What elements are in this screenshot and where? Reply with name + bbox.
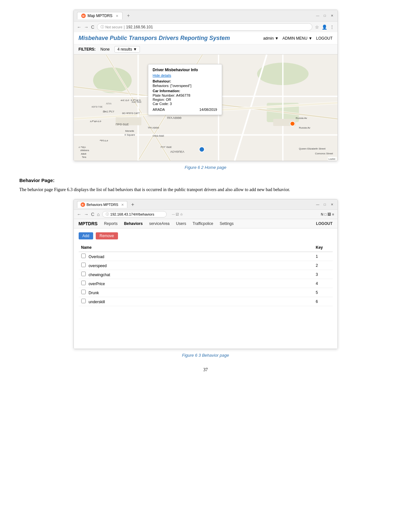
table-row: Drunk 5 (79, 288, 333, 297)
remove-button[interactable]: Remove (96, 232, 118, 239)
behavior-name: chewingchat (89, 273, 110, 277)
address-box2[interactable]: ⓘ 192.168.43.174/#/behaviors (102, 211, 167, 218)
behavior-name: overspeed (89, 264, 107, 268)
popup-footer: ARADA 14/08/2019 (153, 108, 217, 111)
table-row: chewingchat 3 (79, 270, 333, 279)
row-checkbox[interactable] (81, 254, 86, 258)
svg-text:ΟΘΔ ΘΔΕ: ΟΘΔ ΘΔΕ (152, 134, 164, 137)
address-not-secure1: Not secure (105, 25, 122, 29)
nav-refresh1[interactable]: C (91, 24, 94, 30)
popup-car-code-value: 3 (170, 102, 172, 106)
behavior-name: overPrice (89, 282, 105, 286)
behavior-key-cell: 4 (313, 279, 333, 288)
nav-service-area2[interactable]: serviceArea (149, 221, 170, 226)
star-icon1[interactable]: ☆ (315, 24, 319, 30)
nav-home2[interactable]: ⌂ (97, 212, 100, 217)
behavior-name-cell: underskill (79, 297, 313, 306)
behavior-name-cell: overPrice (79, 279, 313, 288)
figure2-screenshot: B Behaviors MPTDRS ✕ + — □ ✕ ← → C ⌂ ⓘ 1… (73, 199, 338, 349)
row-checkbox[interactable] (81, 263, 86, 267)
col-name-header: Name (79, 243, 313, 252)
nav-forward2[interactable]: → (84, 212, 89, 217)
nav-settings2[interactable]: Settings (220, 221, 233, 226)
nav-forward1[interactable]: → (84, 24, 89, 30)
nav-behaviors2[interactable]: Behaviors (124, 221, 143, 226)
table-row: underskill 6 (79, 297, 333, 306)
browser-tab1[interactable]: M Map MPTDRS ✕ (77, 12, 122, 19)
behavior-paragraph: The behavior page Figure 6.3 displays th… (19, 186, 392, 193)
window-controls2: — □ ✕ (316, 202, 334, 207)
behavior-name: underskill (89, 300, 105, 304)
tab-label2: Behaviors MPTDRS (87, 203, 118, 207)
map-popup: Driver Misbehaviour Info Hide details Be… (148, 64, 222, 115)
svg-text:4ΘΓΘ ΓΘΕ: 4ΘΓΘ ΓΘΕ (91, 106, 103, 108)
tab-label1: Map MPTDRS (88, 14, 113, 18)
nav-logout2[interactable]: LOGOUT (316, 221, 332, 226)
results-badge[interactable]: 4 results ▼ (114, 46, 140, 53)
filter-label: FILTERS: (79, 47, 96, 52)
popup-plate-value: A456778 (176, 93, 190, 97)
svg-text:ΛΓΛΛ: ΛΓΛΛ (106, 102, 112, 105)
svg-text:sMebera: sMebera (80, 149, 89, 151)
popup-region-value: OR (166, 98, 171, 102)
behavior-key-cell: 5 (313, 288, 333, 297)
popup-title: Driver Misbehaviour Info (153, 68, 217, 72)
nav-back1[interactable]: ← (77, 24, 82, 30)
browser-extra-actions: ··· ☑ ☆ (172, 212, 183, 217)
win-close1[interactable]: ✕ (330, 14, 334, 18)
browser-addressbar2: ← → C ⌂ ⓘ 192.168.43.174/#/behaviors ···… (74, 210, 338, 219)
nav-back2[interactable]: ← (77, 212, 82, 217)
popup-car-code: Car Code: 3 (153, 102, 217, 106)
behavior-key: 3 (316, 272, 318, 277)
nav-trafficpolice2[interactable]: Trafficpolice (192, 221, 213, 226)
tab-new2[interactable]: + (129, 202, 136, 208)
svg-text:ΛΟΥΘΠΕΛ: ΛΟΥΘΠΕΛ (170, 150, 184, 153)
behavior-key-cell: 3 (313, 270, 333, 279)
nav-logout1[interactable]: LOGOUT (316, 36, 333, 41)
svg-text:Queen Elizabeth Street: Queen Elizabeth Street (299, 147, 326, 150)
svg-text:II Square: II Square (124, 133, 135, 136)
table-row: Overload 1 (79, 252, 333, 261)
win-maximize2[interactable]: □ (323, 202, 327, 207)
browser-tab2[interactable]: B Behaviors MPTDRS ✕ (77, 201, 127, 208)
tab-new1[interactable]: + (125, 13, 132, 19)
map-area[interactable]: ወደ ቤተ ትምህርት አምልኮ ቤት Menelik II Square ማሻ… (74, 54, 338, 161)
popup-region-label: Region: (153, 98, 165, 102)
behavior-key-cell: 6 (313, 297, 333, 306)
win-close2[interactable]: ✕ (330, 202, 334, 207)
svg-text:ΠΥΓ ΘΔΕ: ΠΥΓ ΘΔΕ (161, 146, 171, 149)
nav-refresh2[interactable]: C (91, 212, 94, 217)
svg-text:ΠΡΘ ΘΔΕ: ΠΡΘ ΘΔΕ (115, 123, 129, 126)
row-checkbox[interactable] (81, 281, 86, 285)
svg-text:Leaflet: Leaflet (328, 158, 335, 160)
nav-admin-menu[interactable]: ADMIN MENU ▼ (282, 36, 312, 41)
page-number: 37 (19, 367, 392, 372)
popup-car-info-label: Car Information: (153, 89, 217, 93)
win-minimize2[interactable]: — (316, 202, 320, 207)
row-checkbox[interactable] (81, 272, 86, 276)
popup-behaviour-label: Behaviour: (153, 79, 217, 83)
tab-close2[interactable]: ✕ (121, 203, 124, 207)
svg-point-50 (290, 121, 295, 126)
add-button[interactable]: Add (79, 232, 93, 239)
address-box1[interactable]: ⓘ Not secure | 192.168.56.101 (97, 23, 312, 31)
row-checkbox[interactable] (81, 299, 86, 303)
nav-reports2[interactable]: Reports (104, 221, 118, 226)
behavior-table: Name Key Overload 1 overspeed (79, 243, 333, 306)
row-checkbox[interactable] (81, 290, 86, 294)
behavior-key-cell: 2 (313, 261, 333, 270)
popup-hide-link[interactable]: Hide details (153, 73, 217, 77)
behavior-key: 4 (316, 281, 318, 286)
behavior-key: 6 (316, 299, 318, 304)
menu-icon1[interactable]: ⋮ (330, 24, 334, 30)
popup-plate: Plate Number: A456778 (153, 93, 217, 97)
nav-users2[interactable]: Users (176, 221, 186, 226)
nav-admin[interactable]: admin ▼ (263, 36, 279, 41)
tab-close1[interactable]: ✕ (116, 14, 118, 18)
col-key-header: Key (313, 243, 333, 252)
win-minimize1[interactable]: — (316, 14, 320, 18)
svg-text:ΠΓΛ ΛΘΘΘ: ΠΓΛ ΛΘΘΘ (167, 116, 181, 120)
tab-icon1: M (81, 14, 86, 18)
profile-icon1[interactable]: 👤 (322, 24, 327, 30)
win-maximize1[interactable]: □ (323, 14, 327, 18)
